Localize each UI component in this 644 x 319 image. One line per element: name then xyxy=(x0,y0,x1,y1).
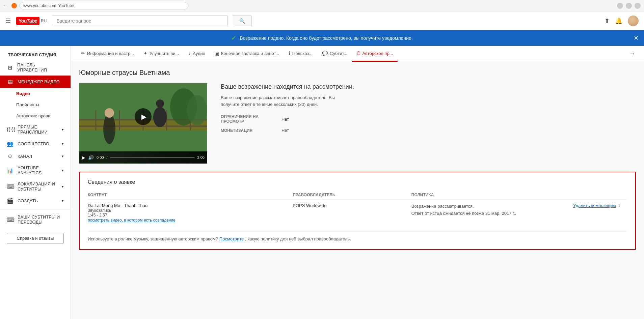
tab-hints[interactable]: ℹ Подсказ... xyxy=(284,46,317,62)
info-icon[interactable]: ℹ xyxy=(618,203,620,208)
sidebar-item-video-manager[interactable]: ▤ МЕНЕДЖЕР ВИДЕО xyxy=(0,76,71,88)
sidebar-item-label: ПРЯМЫЕ ТРАНСЛЯЦИИ xyxy=(18,124,58,135)
play-control-icon[interactable]: ▶ xyxy=(82,155,85,160)
browser-settings-icon[interactable] xyxy=(635,3,641,9)
policy-line1: Возражение рассматривается. xyxy=(411,203,573,210)
sidebar-item-localization[interactable]: ⌨ ЛОКАЛИЗАЦИЯ И СУБТИТРЫ ▾ xyxy=(0,178,71,195)
status-description: Ваше возражение рассматривает правооблад… xyxy=(221,94,349,108)
tab-copyright[interactable]: © Авторское пр... xyxy=(352,46,398,62)
sidebar-divider xyxy=(0,209,71,209)
tab-info[interactable]: ✏ Информация и настр... xyxy=(76,46,139,62)
tab-subtitles[interactable]: 💬 Субтит... xyxy=(317,46,352,62)
back-arrow-icon[interactable]: → xyxy=(626,47,639,61)
checkmark-icon: ✔ xyxy=(231,34,236,42)
browser-page-title: YouTube xyxy=(58,3,74,8)
rightholder-name: POPS Worldwide xyxy=(293,203,326,208)
youtube-header: ☰ YouTube RU 🔍 ⬆ 🔔 xyxy=(0,11,644,30)
browser-star-icon[interactable] xyxy=(626,3,632,9)
sidebar-item-video[interactable]: Видео xyxy=(0,88,71,99)
sidebar-item-label: ЛОКАЛИЗАЦИЯ И СУБТИТРЫ xyxy=(18,181,58,192)
header-actions: ⬆ 🔔 xyxy=(605,16,639,26)
time-separator: / xyxy=(106,155,107,160)
sidebar-item-playlists[interactable]: Плейлисты xyxy=(0,99,71,110)
tab-label: Конечная заставка и аннот... xyxy=(221,51,279,56)
action-cell: Удалить композицию ℹ xyxy=(573,200,627,226)
browser-url-bar[interactable]: www.youtube.com YouTube xyxy=(20,2,188,9)
sidebar-item-live[interactable]: ((·)) ПРЯМЫЕ ТРАНСЛЯЦИИ ▾ xyxy=(0,121,71,138)
bottom-note-link[interactable]: Посмотрите xyxy=(219,236,244,241)
claim-title: Сведения о заявке xyxy=(88,179,627,185)
info-icon: ℹ xyxy=(289,51,290,56)
col-header-content: КОНТЕНТ xyxy=(88,191,293,200)
remove-track-link[interactable]: Удалить композицию xyxy=(573,203,616,208)
sidebar-item-copyright[interactable]: Авторские права xyxy=(0,110,71,121)
sidebar-item-label: СОЗДАТЬ xyxy=(18,198,38,203)
chevron-down-icon: ▾ xyxy=(62,154,64,158)
sidebar-item-create[interactable]: 🎬 СОЗДАТЬ ▾ xyxy=(0,195,71,207)
sidebar-item-dashboard[interactable]: ⊞ ПАНЕЛЬ УПРАВЛЕНИЯ xyxy=(0,59,71,76)
feedback-button[interactable]: Справка и отзывы xyxy=(7,233,64,243)
sidebar-sub-label: Видео xyxy=(16,91,30,96)
bottom-note-prefix: Используете в ролике музыку, защищённую … xyxy=(88,236,218,241)
youtube-logo[interactable]: YouTube RU xyxy=(16,17,47,25)
sidebar-item-label: МЕНЕДЖЕР ВИДЕО xyxy=(18,79,60,84)
youtube-logo-box: YouTube xyxy=(16,17,39,25)
bell-icon[interactable]: 🔔 xyxy=(615,17,622,25)
policy-line2: Ответ от истца ожидается не позже 31 мар… xyxy=(411,210,573,217)
upload-icon[interactable]: ⬆ xyxy=(605,17,610,25)
browser-url-text: www.youtube.com xyxy=(23,3,56,8)
col-header-action xyxy=(573,191,627,200)
video-manager-icon: ▤ xyxy=(7,79,14,85)
monetization-label: МОНЕТИЗАЦИЯ xyxy=(221,128,281,133)
content-area: ✏ Информация и настр... ✦ Улучшить ви...… xyxy=(71,46,644,319)
monetization-row: МОНЕТИЗАЦИЯ Нет xyxy=(221,128,636,133)
sidebar-item-community[interactable]: 👥 СООБЩЕСТВО ▾ xyxy=(0,138,71,150)
content-title: Da Lat Mong Mo - Thanh Thao xyxy=(88,203,293,208)
tab-improve[interactable]: ✦ Улучшить ви... xyxy=(139,46,184,62)
chevron-down-icon: ▾ xyxy=(62,127,64,132)
sidebar-item-label: ПАНЕЛЬ УПРАВЛЕНИЯ xyxy=(17,62,64,72)
ostrich-background: ▶ xyxy=(79,83,207,150)
bottom-note-suffix: , какую политику для неё выбрал правообл… xyxy=(245,236,351,241)
dashboard-icon: ⊞ xyxy=(7,64,13,71)
progress-bar[interactable] xyxy=(110,157,194,158)
tab-label: Информация и настр... xyxy=(87,51,134,56)
create-icon: 🎬 xyxy=(7,198,14,204)
sidebar-item-analytics[interactable]: 📊 YOUTUBE ANALYTICS ▾ xyxy=(0,162,71,178)
browser-profile-icon[interactable] xyxy=(617,3,623,9)
tabs-bar: ✏ Информация и настр... ✦ Улучшить ви...… xyxy=(71,46,644,62)
match-video-link[interactable]: посмотреть видео, в котором есть совпаде… xyxy=(88,218,176,223)
live-icon: ((·)) xyxy=(7,126,14,133)
tab-endscreen[interactable]: ▣ Конечная заставка и аннот... xyxy=(210,46,284,62)
youtube-locale: RU xyxy=(41,19,47,23)
page-title: Юморные страусы Вьетнама xyxy=(79,69,636,77)
volume-icon[interactable]: 🔊 xyxy=(88,155,94,160)
time-current: 0:00 xyxy=(97,155,104,160)
tab-audio[interactable]: ♪ Аудио xyxy=(184,46,210,62)
subtitles-icon: ⌨ xyxy=(7,216,14,223)
localization-icon: ⌨ xyxy=(7,183,14,190)
notification-banner: ✔ Возражение подано. Когда оно будет рас… xyxy=(0,30,644,46)
browser-back-button[interactable]: ← xyxy=(3,3,9,9)
channel-icon: ☺ xyxy=(7,153,14,159)
hamburger-menu-icon[interactable]: ☰ xyxy=(5,17,11,25)
bottom-note: Используете в ролике музыку, защищённую … xyxy=(88,231,627,242)
restriction-row: ОГРАНИЧЕНИЯ НА ПРОСМОТР Нет xyxy=(221,114,636,124)
subtitles-tab-icon: 💬 xyxy=(322,51,328,56)
community-icon: 👥 xyxy=(7,141,14,147)
play-button[interactable]: ▶ xyxy=(135,108,152,125)
sidebar-item-channel[interactable]: ☺ КАНАЛ ▾ xyxy=(0,150,71,162)
sidebar-item-subtitles[interactable]: ⌨ ВАШИ СУБТИТРЫ И ПЕРЕВОДЫ xyxy=(0,211,71,228)
col-header-policy: ПОЛИТИКА xyxy=(411,191,573,200)
tab-label: Подсказ... xyxy=(292,51,313,56)
search-input[interactable] xyxy=(52,16,227,26)
video-player: ▶ ▶ 🔊 0:00 / 3:00 xyxy=(79,83,207,164)
notification-close-button[interactable]: ✕ xyxy=(634,34,639,42)
sidebar-sub-label: Плейлисты xyxy=(16,102,39,107)
sidebar-item-label: СООБЩЕСТВО xyxy=(18,141,49,146)
search-button[interactable]: 🔍 xyxy=(233,16,252,26)
sidebar-section-title: ТВОРЧЕСКАЯ СТУДИЯ xyxy=(0,49,71,59)
user-avatar[interactable] xyxy=(628,16,639,26)
browser-logo-icon xyxy=(11,3,17,8)
chevron-down-icon: ▾ xyxy=(62,142,64,146)
